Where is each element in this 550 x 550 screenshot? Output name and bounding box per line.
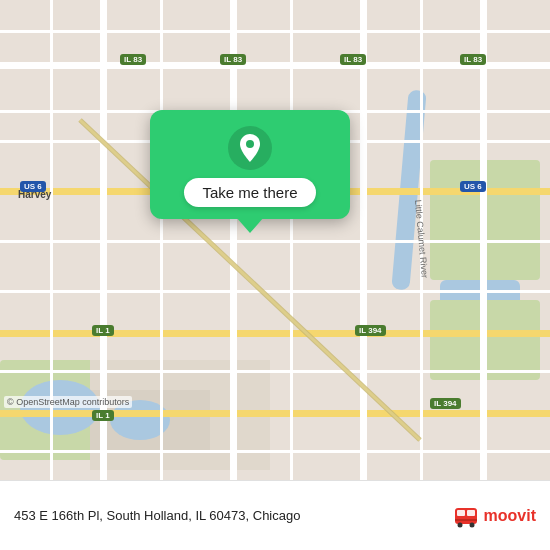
svg-point-9 <box>457 522 462 527</box>
road-v-center <box>230 0 237 480</box>
badge-il83-3: IL 83 <box>340 54 366 65</box>
road-h-mid2 <box>0 240 550 243</box>
badge-il394-2: IL 394 <box>430 398 461 409</box>
svg-rect-11 <box>455 519 477 521</box>
location-pin-icon <box>228 126 272 170</box>
road-h-mid4 <box>0 370 550 373</box>
moovit-logo-text: moovit <box>484 507 536 525</box>
bottom-bar: 453 E 166th Pl, South Holland, IL 60473,… <box>0 480 550 550</box>
badge-il1-1: IL 1 <box>92 325 114 336</box>
svg-point-5 <box>246 140 254 148</box>
road-v-il1-right <box>480 0 487 480</box>
badge-us6-3: US 6 <box>460 181 486 192</box>
badge-il83-4: IL 83 <box>460 54 486 65</box>
badge-il83-1: IL 83 <box>120 54 146 65</box>
road-v-mid1 <box>160 0 163 480</box>
badge-us6-1: US 6 <box>20 181 46 192</box>
road-v-right <box>360 0 367 480</box>
moovit-logo: moovit <box>452 502 536 530</box>
road-h-il394b <box>0 410 550 417</box>
popup-card: Take me there <box>150 110 350 219</box>
badge-il83-2: IL 83 <box>220 54 246 65</box>
road-v-il1-left <box>100 0 107 480</box>
svg-point-10 <box>469 522 474 527</box>
badge-il394-1: IL 394 <box>355 325 386 336</box>
map-container: Little Calumet River Harvey IL 83 IL 83 … <box>0 0 550 480</box>
road-h-bot <box>0 450 550 453</box>
road-v-left <box>50 0 53 480</box>
svg-rect-7 <box>457 510 465 516</box>
badge-il1-2: IL 1 <box>92 410 114 421</box>
road-v-far-right <box>420 0 423 480</box>
road-v-mid2 <box>290 0 293 480</box>
moovit-bus-icon <box>452 502 480 530</box>
take-me-there-button[interactable]: Take me there <box>184 178 315 207</box>
svg-rect-8 <box>467 510 475 516</box>
map-attribution: © OpenStreetMap contributors <box>4 396 132 408</box>
road-h-il394 <box>0 330 550 337</box>
road-h-top <box>0 30 550 33</box>
address-text: 453 E 166th Pl, South Holland, IL 60473,… <box>14 508 452 523</box>
road-h-mid3 <box>0 290 550 293</box>
